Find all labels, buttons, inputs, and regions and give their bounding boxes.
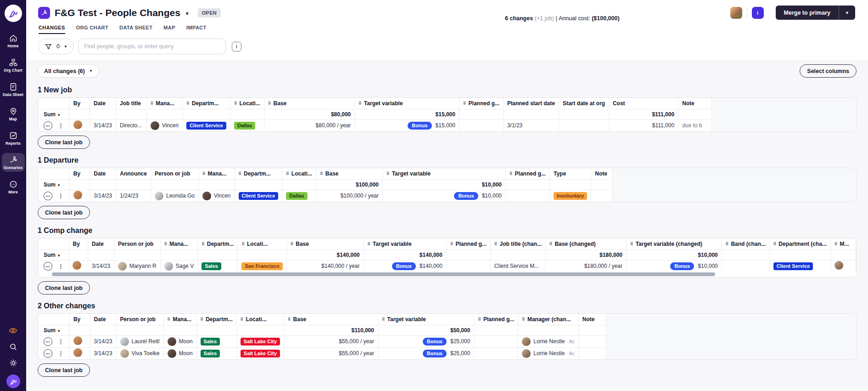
column-target-variable[interactable]: ⠿Target variable <box>383 168 506 179</box>
column-date[interactable]: Date <box>90 314 116 325</box>
comment-icon[interactable]: ••• <box>44 192 52 200</box>
cell-job-title[interactable]: Directo... <box>116 119 147 131</box>
column-date[interactable]: Date <box>90 98 116 109</box>
column-base-changed[interactable]: ⠿Base (changed) <box>545 238 626 249</box>
cell-department[interactable]: Sales <box>196 347 236 359</box>
cell-target-variable[interactable]: Bonus$10,000 <box>383 190 506 202</box>
user-avatar[interactable] <box>730 7 742 19</box>
cell-planned-start[interactable]: 3/1/23 <box>503 119 559 131</box>
comment-icon[interactable]: ••• <box>44 337 52 346</box>
column-department[interactable]: ⠿Departm... <box>196 314 236 325</box>
cell-base[interactable]: $140,000 / year <box>286 260 364 272</box>
tab-impact[interactable]: IMPACT <box>186 25 207 34</box>
title-caret-icon[interactable]: ▼ <box>185 11 190 16</box>
kebab-menu-icon[interactable]: ⋮ <box>58 338 64 345</box>
column-department[interactable]: ⠿Departm... <box>235 168 282 179</box>
cell-base[interactable]: $100,000 / year <box>316 190 383 202</box>
column-by[interactable]: By <box>69 98 90 109</box>
column-department[interactable]: ⠿Departm... <box>198 238 238 249</box>
cell-manager-changed[interactable] <box>831 260 856 272</box>
cell-location[interactable]: San Francisco <box>238 260 286 272</box>
cell-date[interactable]: 3/14/23 <box>88 260 114 272</box>
column-cost[interactable]: Cost <box>609 98 678 109</box>
tab-data-sheet[interactable]: DATA SHEET <box>119 25 152 34</box>
cell-note[interactable] <box>591 190 612 202</box>
collaborator-badge[interactable]: i <box>752 7 764 19</box>
sidebar-item-reports[interactable]: Reports <box>2 129 25 147</box>
drag-handle-icon[interactable]: ⠿ <box>382 317 385 322</box>
cell-target-variable[interactable]: Bonus$25,000 <box>378 335 474 347</box>
column-note[interactable]: Note <box>578 314 606 325</box>
tab-map[interactable]: MAP <box>163 25 175 34</box>
column-type[interactable]: Type <box>549 168 591 179</box>
merge-caret-icon[interactable]: ▼ <box>839 6 855 20</box>
column-planned-g[interactable]: ⠿Planned g... <box>446 238 490 249</box>
column-planned-g[interactable]: ⠿Planned g... <box>506 168 550 179</box>
sum-toggle[interactable]: Sum ▼ <box>38 109 69 119</box>
clone-last-job-button[interactable]: Clone last job <box>38 281 90 295</box>
cell-department-changed[interactable]: Client Service <box>769 260 830 272</box>
workspace-avatar[interactable] <box>6 374 20 388</box>
drag-handle-icon[interactable]: ⠿ <box>630 242 633 246</box>
column-note[interactable]: Note <box>591 168 612 179</box>
column-by[interactable]: By <box>69 238 88 249</box>
cell-manager[interactable]: Moon <box>163 347 196 359</box>
kebab-menu-icon[interactable]: ⋮ <box>58 122 64 129</box>
column-base[interactable]: ⠿Base <box>264 98 354 109</box>
column-location[interactable]: ⠿Locati... <box>238 238 286 249</box>
drag-handle-icon[interactable]: ⠿ <box>151 101 154 106</box>
cell-planned-g[interactable] <box>459 119 503 131</box>
search-icon[interactable] <box>9 342 18 351</box>
cell-person[interactable]: Maryann R <box>114 260 161 272</box>
cell-note[interactable]: due to b <box>678 119 711 131</box>
cell-department[interactable]: Client Service <box>183 119 230 131</box>
drag-handle-icon[interactable]: ⠿ <box>726 242 729 246</box>
cell-type[interactable]: Involuntary <box>549 190 591 202</box>
tab-org-chart[interactable]: ORG CHART <box>76 25 108 34</box>
sidebar-item-scenarios[interactable]: Scenarios <box>2 153 25 172</box>
drag-handle-icon[interactable]: ⠿ <box>286 171 289 176</box>
column-person[interactable]: Person or job <box>116 314 163 325</box>
drag-handle-icon[interactable]: ⠿ <box>186 101 190 106</box>
cell-planned-g[interactable] <box>474 335 518 347</box>
cell-location[interactable]: Dallas <box>230 119 264 131</box>
drag-handle-icon[interactable]: ⠿ <box>241 317 244 322</box>
comment-icon[interactable]: ••• <box>44 121 52 130</box>
drag-handle-icon[interactable]: ⠿ <box>549 242 553 246</box>
kebab-menu-icon[interactable]: ⋮ <box>58 263 64 270</box>
info-icon[interactable]: i <box>232 42 241 51</box>
cell-manager[interactable]: Vincen <box>199 190 235 202</box>
comment-icon[interactable]: ••• <box>44 349 52 358</box>
column-job-title-changed[interactable]: ⠿Job title (chan... <box>490 238 545 249</box>
cell-department[interactable]: Client Service <box>235 190 282 202</box>
cell-announce[interactable]: 1/24/23 <box>116 190 151 202</box>
cell-target-variable[interactable]: Bonus$25,000 <box>378 347 474 359</box>
drag-handle-icon[interactable]: ⠿ <box>522 317 525 322</box>
cell-manager[interactable]: Moon <box>163 335 196 347</box>
search-input[interactable] <box>84 43 220 50</box>
column-location[interactable]: ⠿Locati... <box>282 168 316 179</box>
cell-person[interactable]: Laurel Reitl <box>116 335 163 347</box>
cell-planned-g[interactable] <box>446 260 490 272</box>
column-manager[interactable]: ⠿Mana... <box>146 98 182 109</box>
cell-target-variable-changed[interactable]: Bonus$10,000 <box>627 260 722 272</box>
sidebar-item-more[interactable]: More <box>2 177 25 196</box>
column-location[interactable]: ⠿Locati... <box>230 98 264 109</box>
cell-manager-changed[interactable]: Lorrie Nestle · Ac <box>518 347 578 359</box>
sum-toggle[interactable]: Sum ▼ <box>38 325 69 335</box>
drag-handle-icon[interactable]: ⠿ <box>164 242 168 246</box>
cell-base[interactable]: $55,000 / year <box>284 347 378 359</box>
drag-handle-icon[interactable]: ⠿ <box>239 171 242 176</box>
settings-gear-icon[interactable] <box>9 358 18 368</box>
cell-date[interactable]: 3/14/23 <box>90 119 116 131</box>
clone-last-job-button[interactable]: Clone last job <box>38 136 90 149</box>
cell-job-title-changed[interactable]: Client Service M... <box>490 260 545 272</box>
sidebar-item-org-chart[interactable]: Org Chart <box>2 56 25 74</box>
column-job-title[interactable]: Job title <box>116 98 147 109</box>
horizontal-scrollbar[interactable] <box>38 272 856 277</box>
cell-manager[interactable]: Vincen <box>146 119 182 131</box>
cell-base-changed[interactable]: $180,000 / year <box>545 260 626 272</box>
cell-date[interactable]: 3/14/23 <box>90 347 116 359</box>
cell-manager[interactable]: Sage V <box>160 260 197 272</box>
scrollbar-thumb[interactable] <box>52 272 715 276</box>
